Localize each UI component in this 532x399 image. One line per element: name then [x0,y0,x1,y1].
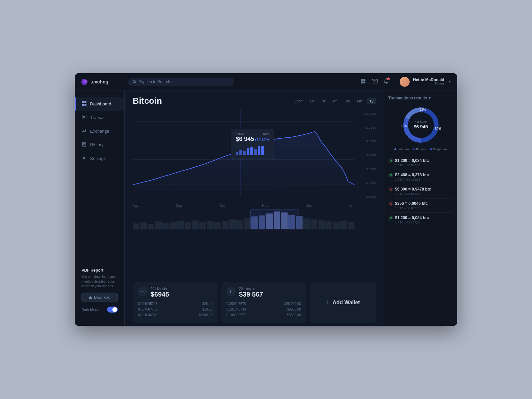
notification-icon[interactable] [384,78,389,85]
litecoin-icon-1: Ł [138,287,147,296]
download-button[interactable]: Download [81,293,118,302]
sidebar-label-history: History [90,142,103,147]
svg-rect-12 [84,101,86,103]
mini-highlight-region[interactable] [250,209,299,229]
y-label-9000: $ 9 000 [356,126,376,129]
tx-sub-2: 1 BTC = $8 185,51 [388,178,453,181]
svg-rect-6 [361,81,363,83]
mini-bar [177,221,184,229]
chart-x-labels: Aug Sep Oct Nov Dec Jan [133,202,354,209]
sidebar-item-history[interactable]: History [75,138,124,152]
app-window: .exchng [75,73,457,326]
tooltip-bar-2 [239,150,242,156]
download-label: Download [94,295,110,299]
tx-sub-3: 1 BTC = $8 642,85 [388,192,453,196]
mini-bar [207,221,213,229]
sidebar-item-transact[interactable]: Transact [75,111,124,124]
tx-main-3: $6 000 = 0,9478 btc [395,187,431,192]
tx-arrow-up-2: ↗ [388,173,393,177]
y-label-5000: $ 5 000 [356,181,376,185]
chevron-down-icon[interactable]: ▾ [449,80,451,83]
wallet-card-2: Ł 20 Litecoin $39 567 0,280943678 $28 00… [221,282,306,323]
wallet-card-2-header: Ł 20 Litecoin $39 567 [226,287,301,298]
zoom-controls: Zoom 1d 7d 1m 3m 6m 1y [294,98,376,104]
x-label-aug: Aug [133,204,139,207]
search-bar[interactable] [128,78,234,86]
logo-icon [81,78,89,85]
tooltip-bar-4 [247,148,249,156]
transactions-title: Transactions results ▾ [388,96,453,100]
logo: .exchng [81,78,128,85]
zoom-btn-3m[interactable]: 3m [342,98,352,104]
tooltip-total-label: Total [263,132,269,136]
tooltip-change: +30.62% [254,138,269,142]
main-content: Bitcoin Zoom 1d 7d 1m 3m 6m 1y $ 10 000 … [125,90,384,326]
page-title: Bitcoin [133,96,162,106]
zoom-btn-7d[interactable]: 7d [318,98,328,104]
settings-icon [81,156,87,161]
mini-bar [200,222,206,229]
mini-bar [333,222,339,229]
mini-chart [133,209,354,229]
sidebar-label-settings: Settings [90,156,106,161]
tooltip-values: $6 945 +30.62% [236,136,269,143]
litecoin-icon-2: Ł [226,287,236,296]
mini-bars [133,209,354,229]
legend-dogecoins: Dogecoins [430,148,448,151]
right-panel: Transactions results ▾ BALANCE [384,90,457,326]
zoom-btn-6m[interactable]: 6m [354,98,365,104]
mini-bar [303,218,310,229]
donut-chart: BALANCE $6 945 32% 18% 50% [401,105,441,145]
tooltip-active-label: Active [236,132,244,136]
mini-bar [236,220,243,229]
mini-bar [348,222,354,229]
search-input[interactable] [139,79,230,84]
donut-legend: Litecoins Bitcoins Dogecoins [388,148,453,151]
zoom-btn-1d[interactable]: 1d [307,98,316,104]
svg-point-2 [133,80,135,82]
x-label-nov: Nov [262,204,268,207]
grid-icon[interactable] [360,78,366,85]
tx-top-4: ↘ $356 = 0,0046 btc [388,201,453,206]
y-label-10000: $ 10 000 [356,112,376,115]
x-label-oct: Oct [219,204,225,207]
donut-pct-32: 32% [419,108,426,111]
donut-pct-50: 50% [435,127,441,131]
donut-pct-18: 18% [401,124,408,128]
mini-bar [140,222,147,229]
tx-arrow-down-4: ↘ [388,201,393,206]
chart-wrapper: $ 10 000 $ 9 000 $ 8 000 $ 7 000 $ 6 000… [133,109,376,202]
user-role: Trader [413,82,444,86]
svg-rect-13 [82,104,84,106]
dark-mode-label: Dark Mode [81,308,99,312]
tx-top-5: ↗ $1 200 = 0,084 btc [388,215,453,220]
zoom-btn-1m[interactable]: 1m [330,98,340,104]
y-label-4000: $ 4 000 [356,195,376,199]
mini-bar [133,223,139,229]
wallet-rows-2: 0,280943678 $28 000,63 0,101046743 $6900… [226,301,301,318]
mini-bar [222,221,228,229]
sidebar-item-settings[interactable]: Settings [75,152,124,165]
chart-y-labels: $ 10 000 $ 9 000 $ 8 000 $ 7 000 $ 6 000… [356,109,376,202]
dark-mode-toggle[interactable] [107,307,118,313]
legend-dot-litecoins [394,148,396,150]
content-header: Bitcoin Zoom 1d 7d 1m 3m 6m 1y [125,90,384,109]
mini-bar [244,218,250,229]
wallet-row: 0,004067789 $18,60 [138,307,212,312]
tx-top-3: ↘ $6 000 = 0,9478 btc [388,187,453,192]
x-label-sep: Sep [176,204,182,207]
tx-top-1: ↗ $1 200 = 0,084 btc [388,158,453,163]
tooltip-value: $6 945 [236,136,254,143]
mail-icon[interactable] [372,79,378,85]
sidebar-item-dashboard[interactable]: Dashboard [75,97,124,111]
dashboard-icon [81,101,87,107]
toggle-knob [112,307,117,312]
add-wallet-card[interactable]: + Add Wallet [310,282,376,323]
sidebar-item-exchange[interactable]: Exchange [75,124,124,138]
legend-label-bitcoins: Bitcoins [416,148,427,151]
sidebar-bottom: PDF Report You can download your monthly… [75,261,124,319]
transaction-item-5: ↗ $1 200 = 0,084 btc 1 BTC = $6 467,78 [388,213,453,227]
tooltip-bar-1 [236,152,238,155]
tx-main-4: $356 = 0,0046 btc [395,201,428,206]
zoom-btn-1y[interactable]: 1y [367,98,376,104]
